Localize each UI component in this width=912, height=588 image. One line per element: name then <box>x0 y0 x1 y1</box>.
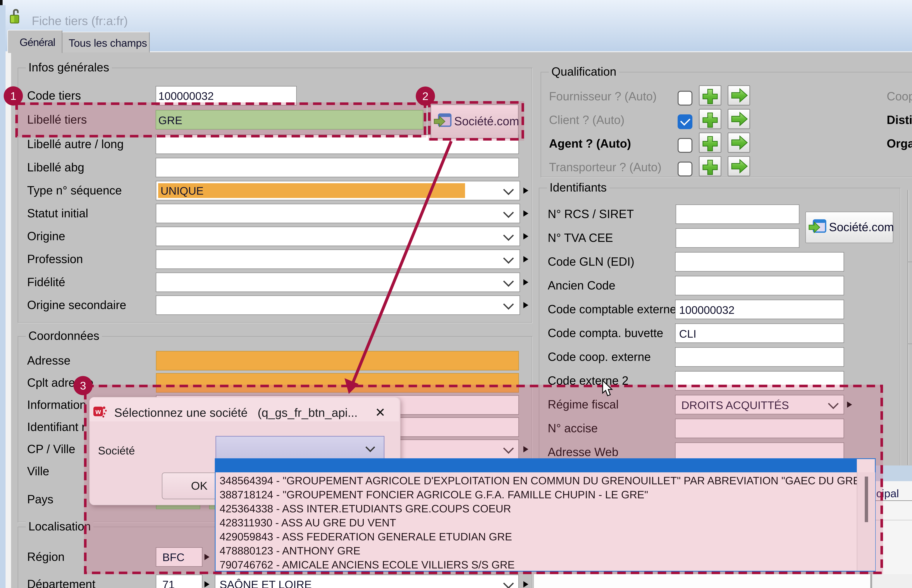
svg-text:w: w <box>95 408 101 415</box>
